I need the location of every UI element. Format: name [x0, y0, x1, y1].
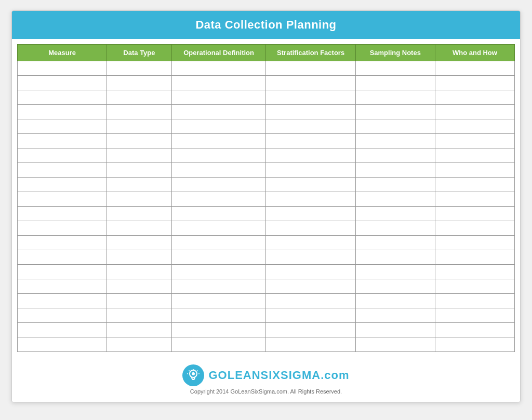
- table-cell[interactable]: [435, 294, 514, 308]
- table-cell[interactable]: [435, 61, 514, 76]
- table-cell[interactable]: [18, 236, 107, 250]
- table-cell[interactable]: [266, 279, 355, 294]
- table-cell[interactable]: [266, 105, 355, 119]
- table-cell[interactable]: [355, 105, 435, 119]
- table-cell[interactable]: [107, 308, 171, 323]
- table-cell[interactable]: [107, 250, 171, 265]
- table-cell[interactable]: [18, 323, 107, 337]
- table-cell[interactable]: [18, 308, 107, 323]
- table-cell[interactable]: [435, 337, 514, 352]
- table-cell[interactable]: [107, 148, 171, 163]
- table-cell[interactable]: [266, 90, 355, 105]
- table-cell[interactable]: [171, 61, 266, 76]
- table-cell[interactable]: [18, 76, 107, 90]
- table-cell[interactable]: [18, 192, 107, 207]
- table-cell[interactable]: [171, 265, 266, 279]
- table-cell[interactable]: [355, 76, 435, 90]
- table-cell[interactable]: [18, 148, 107, 163]
- table-cell[interactable]: [355, 308, 435, 323]
- table-cell[interactable]: [355, 236, 435, 250]
- table-cell[interactable]: [266, 221, 355, 236]
- table-cell[interactable]: [435, 221, 514, 236]
- table-cell[interactable]: [266, 61, 355, 76]
- table-cell[interactable]: [107, 294, 171, 308]
- table-cell[interactable]: [266, 134, 355, 148]
- table-cell[interactable]: [355, 221, 435, 236]
- table-cell[interactable]: [435, 192, 514, 207]
- table-cell[interactable]: [355, 192, 435, 207]
- table-cell[interactable]: [171, 279, 266, 294]
- table-cell[interactable]: [355, 163, 435, 178]
- table-cell[interactable]: [18, 279, 107, 294]
- table-cell[interactable]: [355, 323, 435, 337]
- table-cell[interactable]: [107, 279, 171, 294]
- table-cell[interactable]: [18, 221, 107, 236]
- table-cell[interactable]: [171, 207, 266, 221]
- table-cell[interactable]: [435, 163, 514, 178]
- table-cell[interactable]: [107, 192, 171, 207]
- table-cell[interactable]: [18, 265, 107, 279]
- table-cell[interactable]: [171, 308, 266, 323]
- table-cell[interactable]: [355, 337, 435, 352]
- table-cell[interactable]: [171, 134, 266, 148]
- table-cell[interactable]: [266, 337, 355, 352]
- table-cell[interactable]: [266, 236, 355, 250]
- table-cell[interactable]: [435, 236, 514, 250]
- table-cell[interactable]: [107, 76, 171, 90]
- table-cell[interactable]: [266, 76, 355, 90]
- table-cell[interactable]: [18, 294, 107, 308]
- table-cell[interactable]: [266, 250, 355, 265]
- table-cell[interactable]: [18, 134, 107, 148]
- table-cell[interactable]: [18, 250, 107, 265]
- table-cell[interactable]: [107, 61, 171, 76]
- table-cell[interactable]: [435, 105, 514, 119]
- table-cell[interactable]: [171, 337, 266, 352]
- table-cell[interactable]: [266, 323, 355, 337]
- table-cell[interactable]: [171, 76, 266, 90]
- table-cell[interactable]: [266, 148, 355, 163]
- table-cell[interactable]: [18, 207, 107, 221]
- table-cell[interactable]: [171, 294, 266, 308]
- table-cell[interactable]: [171, 192, 266, 207]
- table-cell[interactable]: [355, 148, 435, 163]
- table-cell[interactable]: [171, 119, 266, 134]
- table-cell[interactable]: [107, 323, 171, 337]
- table-cell[interactable]: [355, 90, 435, 105]
- table-cell[interactable]: [107, 265, 171, 279]
- table-cell[interactable]: [171, 236, 266, 250]
- table-cell[interactable]: [171, 90, 266, 105]
- table-cell[interactable]: [107, 207, 171, 221]
- table-cell[interactable]: [435, 134, 514, 148]
- table-cell[interactable]: [355, 265, 435, 279]
- table-cell[interactable]: [107, 337, 171, 352]
- table-cell[interactable]: [435, 90, 514, 105]
- table-cell[interactable]: [171, 148, 266, 163]
- table-cell[interactable]: [107, 236, 171, 250]
- table-cell[interactable]: [435, 76, 514, 90]
- table-cell[interactable]: [171, 250, 266, 265]
- table-cell[interactable]: [355, 294, 435, 308]
- table-cell[interactable]: [18, 90, 107, 105]
- table-cell[interactable]: [18, 119, 107, 134]
- table-cell[interactable]: [107, 178, 171, 192]
- table-cell[interactable]: [355, 250, 435, 265]
- table-cell[interactable]: [355, 178, 435, 192]
- table-cell[interactable]: [435, 308, 514, 323]
- table-cell[interactable]: [266, 192, 355, 207]
- table-cell[interactable]: [266, 265, 355, 279]
- table-cell[interactable]: [171, 221, 266, 236]
- table-cell[interactable]: [107, 90, 171, 105]
- table-cell[interactable]: [107, 134, 171, 148]
- table-cell[interactable]: [266, 308, 355, 323]
- table-cell[interactable]: [355, 134, 435, 148]
- table-cell[interactable]: [171, 105, 266, 119]
- table-cell[interactable]: [435, 148, 514, 163]
- table-cell[interactable]: [435, 178, 514, 192]
- table-cell[interactable]: [435, 265, 514, 279]
- table-cell[interactable]: [107, 119, 171, 134]
- table-cell[interactable]: [435, 119, 514, 134]
- table-cell[interactable]: [171, 163, 266, 178]
- table-cell[interactable]: [18, 61, 107, 76]
- table-cell[interactable]: [435, 250, 514, 265]
- table-cell[interactable]: [266, 119, 355, 134]
